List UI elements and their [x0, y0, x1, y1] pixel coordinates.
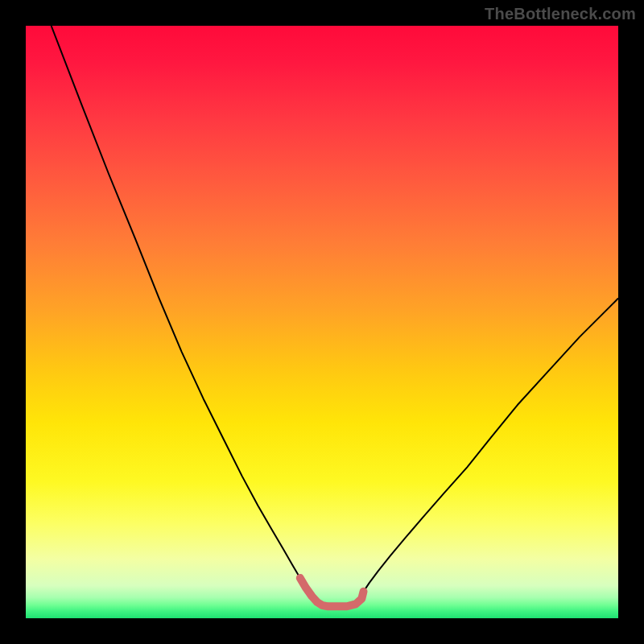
watermark-text: TheBottleneck.com	[485, 5, 636, 23]
chart-svg	[26, 26, 618, 618]
chart-frame: TheBottleneck.com	[0, 0, 644, 644]
plot-area	[26, 26, 618, 618]
gradient-background	[26, 26, 618, 618]
